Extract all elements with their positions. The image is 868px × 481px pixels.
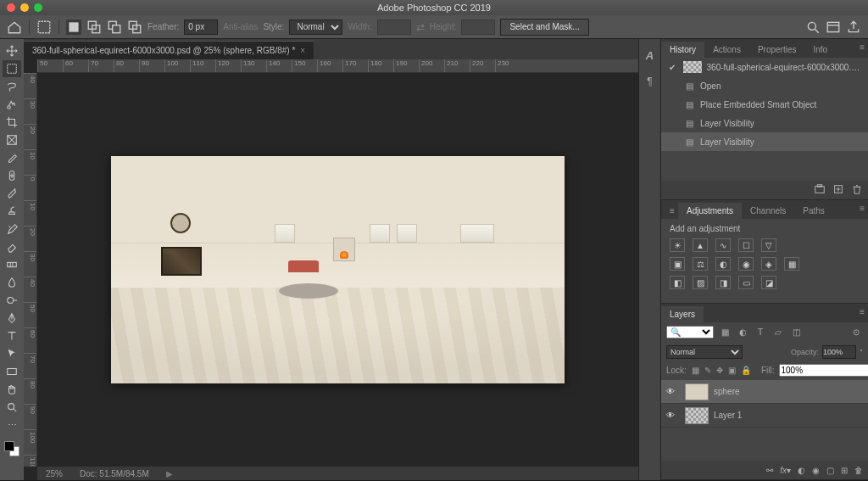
posterize-icon[interactable]: ▨	[693, 276, 708, 289]
photo-filter-icon[interactable]: ◉	[738, 257, 754, 271]
channel-mixer-icon[interactable]: ◈	[761, 257, 776, 271]
filter-shape-icon[interactable]: ▱	[771, 327, 785, 338]
style-select[interactable]: Normal	[289, 20, 342, 35]
home-icon[interactable]	[7, 20, 22, 35]
curves-icon[interactable]: ∿	[715, 238, 731, 252]
hue-saturation-icon[interactable]: ▣	[670, 257, 685, 271]
selective-color-icon[interactable]: ◪	[761, 276, 776, 289]
eraser-tool[interactable]	[3, 238, 21, 255]
type-tool[interactable]	[3, 327, 21, 344]
tab-actions[interactable]: Actions	[704, 42, 749, 58]
search-icon[interactable]	[805, 20, 821, 35]
vibrance-icon[interactable]: ▽	[761, 238, 776, 252]
gradient-map-icon[interactable]: ▭	[738, 276, 754, 289]
gradient-tool[interactable]	[3, 256, 21, 273]
blur-tool[interactable]	[3, 274, 21, 291]
new-document-from-state-icon[interactable]	[832, 183, 844, 197]
filter-adjustment-icon[interactable]: ◐	[736, 327, 749, 338]
rectangle-tool[interactable]	[3, 363, 21, 380]
adjustment-layer-icon[interactable]: ◉	[812, 466, 820, 475]
tab-channels[interactable]: Channels	[742, 203, 794, 219]
history-document[interactable]: ✔ 360-full-spherical-equirect-6000x3000.…	[661, 58, 868, 76]
filter-kind-select[interactable]: 🔍	[666, 326, 714, 338]
invert-icon[interactable]: ◧	[670, 276, 685, 289]
tab-history[interactable]: History	[661, 42, 704, 58]
filter-pixel-icon[interactable]: ▦	[718, 327, 732, 338]
lasso-tool[interactable]	[3, 78, 21, 95]
filter-smart-icon[interactable]: ◫	[789, 327, 803, 338]
brightness-contrast-icon[interactable]: ☀	[670, 238, 685, 252]
layer-row[interactable]: 👁Layer 1	[661, 404, 868, 428]
edit-toolbar[interactable]: ⋯	[3, 417, 21, 433]
lock-artboard-icon[interactable]: ▣	[728, 365, 736, 377]
history-item[interactable]: ▤Place Embedded Smart Object	[661, 95, 868, 114]
canvas[interactable]	[37, 73, 638, 467]
tab-adjustments[interactable]: Adjustments	[678, 203, 742, 219]
close-window[interactable]	[7, 3, 15, 12]
color-balance-icon[interactable]: ⚖	[693, 257, 708, 271]
link-layers-icon[interactable]: ⚯	[766, 466, 773, 475]
filter-type-icon[interactable]: T	[754, 327, 767, 338]
clone-stamp-tool[interactable]	[3, 203, 21, 220]
tab-paths[interactable]: Paths	[794, 203, 833, 219]
hand-tool[interactable]	[3, 381, 21, 398]
doc-info[interactable]: Doc: 51.5M/84.5M	[80, 469, 149, 478]
visibility-icon[interactable]: 👁	[666, 411, 680, 420]
fill-input[interactable]	[779, 364, 868, 377]
lock-image-icon[interactable]: ✎	[704, 365, 711, 377]
selection-add-icon[interactable]	[86, 20, 102, 35]
history-item[interactable]: ▤Layer Visibility	[661, 114, 868, 132]
delete-state-icon[interactable]	[851, 183, 863, 197]
minimize-window[interactable]	[20, 3, 29, 12]
document-tab[interactable]: 360-full-spherical-equirect-6000x3000.ps…	[24, 41, 314, 59]
tab-properties[interactable]: Properties	[749, 42, 805, 58]
threshold-icon[interactable]: ◨	[715, 276, 731, 289]
selection-subtract-icon[interactable]	[107, 20, 122, 35]
collapse-panel-icon[interactable]: ≡	[661, 203, 678, 219]
select-and-mask-button[interactable]: Select and Mask...	[500, 19, 588, 36]
layer-row[interactable]: 👁sphere	[661, 380, 868, 404]
new-snapshot-icon[interactable]	[814, 183, 826, 197]
frame-tool[interactable]	[3, 131, 21, 148]
blend-mode-select[interactable]: Normal	[666, 345, 743, 359]
share-icon[interactable]	[846, 20, 861, 35]
move-tool[interactable]	[3, 42, 21, 59]
layer-group-icon[interactable]: ▢	[826, 466, 834, 475]
lock-transparent-icon[interactable]: ▦	[692, 365, 699, 377]
brush-tool[interactable]	[3, 185, 21, 202]
path-selection-tool[interactable]	[3, 345, 21, 362]
color-lookup-icon[interactable]: ▦	[784, 257, 799, 271]
layer-style-icon[interactable]: fx▾	[780, 466, 791, 475]
marquee-tool-icon[interactable]	[36, 20, 52, 35]
panel-menu-icon[interactable]: ≡	[860, 307, 865, 316]
lock-position-icon[interactable]: ✥	[716, 365, 723, 377]
delete-layer-icon[interactable]: 🗑	[854, 466, 863, 475]
filter-toggle-icon[interactable]: ⊙	[849, 327, 863, 338]
black-white-icon[interactable]: ◐	[715, 257, 731, 271]
selection-intersect-icon[interactable]	[127, 20, 142, 35]
tab-layers[interactable]: Layers	[661, 306, 704, 322]
eyedropper-tool[interactable]	[3, 149, 21, 166]
new-layer-icon[interactable]: ⊞	[841, 466, 848, 475]
paragraph-panel-icon[interactable]: ¶	[647, 76, 652, 87]
zoom-tool[interactable]	[3, 399, 21, 416]
color-swatches[interactable]	[3, 439, 21, 458]
visibility-icon[interactable]: 👁	[666, 387, 680, 396]
pen-tool[interactable]	[3, 310, 21, 327]
zoom-window[interactable]	[34, 3, 42, 12]
crop-tool[interactable]	[3, 114, 21, 131]
tab-info[interactable]: Info	[805, 42, 837, 58]
layer-mask-icon[interactable]: ◐	[798, 466, 805, 475]
levels-icon[interactable]: ▲	[693, 238, 708, 252]
selection-new-icon[interactable]	[66, 20, 81, 35]
zoom-level[interactable]: 25%	[46, 469, 63, 478]
history-item[interactable]: ▤Layer Visibility	[661, 132, 868, 151]
dodge-tool[interactable]	[3, 292, 21, 309]
exposure-icon[interactable]: ☐	[738, 238, 754, 252]
panel-menu-icon[interactable]: ≡	[860, 42, 865, 52]
lock-all-icon[interactable]: 🔒	[741, 365, 751, 377]
history-brush-tool[interactable]	[3, 221, 21, 238]
feather-input[interactable]	[184, 20, 218, 35]
workspace-icon[interactable]	[826, 20, 841, 35]
marquee-tool[interactable]	[3, 60, 21, 77]
